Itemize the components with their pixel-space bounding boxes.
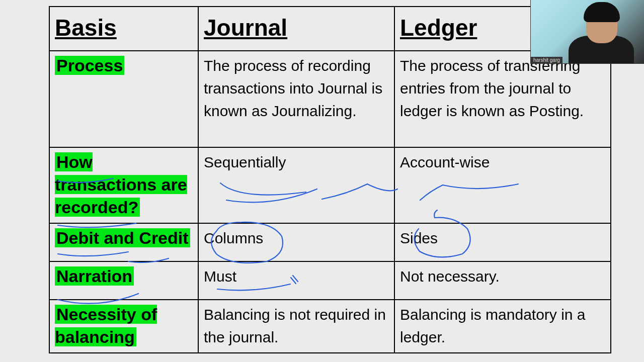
- presenter-silhouette: [564, 4, 639, 63]
- basis-label: Necessity of balancing: [55, 305, 157, 346]
- header-basis: Basis: [49, 7, 198, 51]
- cell-basis: How transactions are recorded?: [49, 147, 198, 223]
- cell-text: Balancing is not required in the journal…: [204, 306, 386, 345]
- cell-text: Account-wise: [400, 154, 490, 170]
- table-row: Necessity of balancing Balancing is not …: [49, 300, 611, 353]
- slide-page: Basis Journal Ledger Process The process…: [0, 0, 644, 362]
- comparison-table: Basis Journal Ledger Process The process…: [49, 6, 611, 353]
- cell-text: Sides: [400, 230, 438, 246]
- cell-journal: Sequentially: [198, 147, 394, 223]
- cell-basis: Process: [49, 51, 198, 147]
- cell-ledger: Account-wise: [394, 147, 611, 223]
- cell-text: Sequentially: [204, 154, 286, 170]
- presenter-name-tag: harshit garg: [531, 57, 562, 63]
- cell-basis: Debit and Credit: [49, 223, 198, 261]
- cell-journal: The process of recording transactions in…: [198, 51, 394, 147]
- cell-text: Columns: [204, 230, 263, 246]
- presenter-webcam: harshit garg: [531, 0, 644, 63]
- basis-label: Debit and Credit: [55, 228, 190, 247]
- cell-ledger: Not necessary.: [394, 261, 611, 300]
- cell-text: Must: [204, 268, 236, 285]
- cell-journal: Balancing is not required in the journal…: [198, 300, 394, 353]
- cell-ledger: Sides: [394, 223, 611, 261]
- header-journal: Journal: [198, 7, 394, 51]
- cell-ledger: The process of transferring entries from…: [394, 51, 611, 147]
- cell-text: The process of transferring entries from…: [400, 57, 584, 119]
- cell-ledger: Balancing is mandatory in a ledger.: [394, 300, 611, 353]
- basis-label: Process: [55, 56, 124, 75]
- table-row: Narration Must Not necessary.: [49, 261, 611, 300]
- basis-label: How transactions are recorded?: [55, 152, 187, 217]
- cell-basis: Necessity of balancing: [49, 300, 198, 353]
- cell-text: Not necessary.: [400, 268, 500, 285]
- table-row: Debit and Credit Columns Sides: [49, 223, 611, 261]
- table-row: Process The process of recording transac…: [49, 51, 611, 147]
- cell-journal: Columns: [198, 223, 394, 261]
- cell-basis: Narration: [49, 261, 198, 300]
- table-row: How transactions are recorded? Sequentia…: [49, 147, 611, 223]
- table-header-row: Basis Journal Ledger: [49, 7, 611, 51]
- cell-text: Balancing is mandatory in a ledger.: [400, 306, 586, 345]
- basis-label: Narration: [55, 266, 134, 286]
- cell-text: The process of recording transactions in…: [204, 57, 382, 119]
- cell-journal: Must: [198, 261, 394, 300]
